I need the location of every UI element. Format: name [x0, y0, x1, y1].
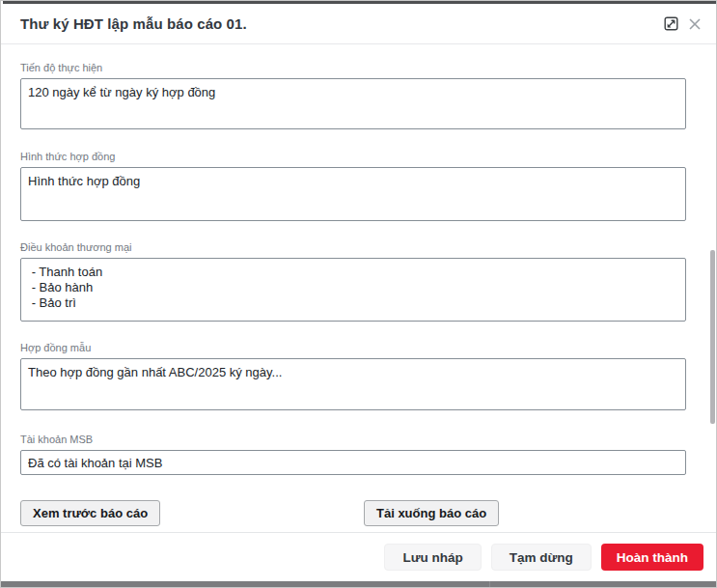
save-draft-button[interactable]: Lưu nháp	[384, 544, 481, 571]
field-progress: Tiến độ thực hiện 120 ngày kể từ ngày ký…	[20, 62, 686, 129]
field-contract-type: Hình thức hợp đồng Hình thức hợp đồng	[20, 151, 686, 221]
horizontal-scrollbar[interactable]	[1, 581, 716, 587]
complete-button[interactable]: Hoàn thành	[601, 544, 703, 571]
modal-footer: Lưu nháp Tạm dừng Hoàn thành	[1, 532, 716, 581]
modal-body: Tiến độ thực hiện 120 ngày kể từ ngày ký…	[1, 45, 716, 526]
report-actions-row: Xem trước báo cáo Tải xuống báo cáo	[20, 500, 686, 526]
field-commercial-terms: Điều khoản thương mại - Thanh toán - Bảo…	[20, 241, 686, 322]
field-msb-account: Tài khoản MSB	[20, 434, 686, 475]
close-icon[interactable]	[687, 16, 703, 32]
field-commercial-terms-label: Điều khoản thương mại	[20, 241, 686, 253]
progress-textarea[interactable]: 120 ngày kể từ ngày ký hợp đồng	[20, 78, 686, 129]
vertical-scrollbar-thumb[interactable]	[710, 250, 715, 424]
download-report-button[interactable]: Tải xuống báo cáo	[364, 500, 499, 526]
field-contract-type-label: Hình thức hợp đồng	[20, 151, 686, 162]
expand-icon[interactable]	[663, 16, 678, 32]
field-msb-account-label: Tài khoản MSB	[20, 434, 686, 445]
scrollbar-seam	[489, 581, 490, 587]
report-modal: Thư ký HĐT lập mẫu báo cáo 01. Tiến độ t…	[0, 0, 717, 588]
expand-icon-glyph	[664, 16, 678, 31]
close-icon-glyph	[688, 17, 702, 31]
preview-report-button[interactable]: Xem trước báo cáo	[20, 500, 160, 526]
contract-type-textarea[interactable]: Hình thức hợp đồng	[20, 167, 686, 221]
field-contract-template: Hợp đồng mẫu Theo hợp đồng gần nhất ABC/…	[20, 342, 686, 410]
pause-button[interactable]: Tạm dừng	[491, 544, 592, 571]
field-progress-label: Tiến độ thực hiện	[20, 62, 686, 73]
commercial-terms-textarea[interactable]: - Thanh toán - Bảo hành - Bảo trì	[20, 258, 686, 322]
contract-template-textarea[interactable]: Theo hợp đồng gần nhất ABC/2025 ký ngày.…	[20, 358, 686, 410]
msb-account-input[interactable]	[20, 450, 686, 475]
modal-header: Thư ký HĐT lập mẫu báo cáo 01.	[1, 4, 716, 44]
modal-title: Thư ký HĐT lập mẫu báo cáo 01.	[20, 15, 247, 32]
field-contract-template-label: Hợp đồng mẫu	[20, 342, 686, 353]
